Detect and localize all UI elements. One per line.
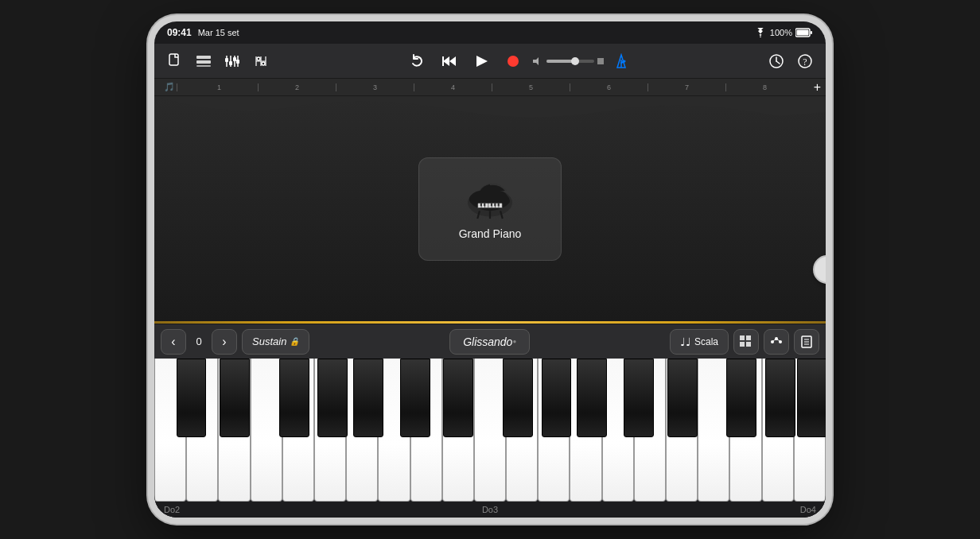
key-gs3[interactable] xyxy=(542,359,572,437)
key-f3[interactable] xyxy=(474,359,506,502)
scala-note-icon: ♩♩ xyxy=(680,335,691,348)
key-gs2[interactable] xyxy=(317,359,348,437)
play-button[interactable] xyxy=(469,48,494,74)
svg-rect-55 xyxy=(746,335,751,340)
svg-rect-2 xyxy=(811,31,812,34)
clock-button[interactable] xyxy=(765,50,788,72)
key-f2[interactable] xyxy=(251,359,282,502)
status-right: 100% xyxy=(754,28,813,37)
help-button[interactable]: ? xyxy=(794,50,816,72)
octave-prev-button[interactable]: ‹ xyxy=(161,329,186,355)
tracks-button[interactable] xyxy=(192,50,215,72)
undo-button[interactable] xyxy=(405,48,430,74)
svg-rect-3 xyxy=(797,30,809,36)
scala-button[interactable]: ♩♩ Scala xyxy=(670,329,729,355)
key-cs3[interactable] xyxy=(400,359,430,437)
sustain-label: Sustain xyxy=(252,335,286,347)
volume-dot xyxy=(597,58,604,64)
toolbar-center xyxy=(405,48,632,74)
sustain-button[interactable]: Sustain 🔒 xyxy=(242,329,309,355)
key-as4[interactable] xyxy=(797,359,826,437)
note-label-do3: Do3 xyxy=(482,505,498,514)
ruler-mark-5: 5 xyxy=(492,83,570,91)
svg-rect-57 xyxy=(746,342,751,347)
key-gs4[interactable] xyxy=(765,359,795,437)
glissando-dot: ● xyxy=(512,338,516,345)
grid-view-button[interactable] xyxy=(733,329,759,355)
key-fs2[interactable] xyxy=(279,359,309,437)
metronome-button[interactable] xyxy=(610,50,632,72)
key-fs3[interactable] xyxy=(503,359,533,437)
svg-marker-23 xyxy=(449,56,456,66)
octave-next-button[interactable]: › xyxy=(212,329,237,355)
svg-rect-4 xyxy=(169,54,178,65)
key-ds2[interactable] xyxy=(220,359,250,437)
keyboard-settings-button[interactable] xyxy=(794,329,819,355)
key-cs2[interactable] xyxy=(177,359,207,437)
main-content: Grand Piano ‹ 0 › Sustain 🔒 Glissando ● xyxy=(154,96,826,518)
instrument-name: Grand Piano xyxy=(459,227,522,240)
ruler-mark-6: 6 xyxy=(570,83,648,91)
glissando-button[interactable]: Glissando ● xyxy=(449,329,530,355)
svg-point-26 xyxy=(508,56,519,67)
wifi-icon xyxy=(754,28,767,37)
svg-point-31 xyxy=(624,60,626,62)
svg-rect-49 xyxy=(480,204,482,207)
key-as3[interactable] xyxy=(577,359,607,437)
svg-rect-50 xyxy=(484,204,485,207)
timeline-ruler: 🎵 1 2 3 4 5 6 7 8 + xyxy=(154,79,826,96)
key-as2[interactable] xyxy=(353,359,383,437)
instrument-area: Grand Piano xyxy=(154,96,826,321)
svg-marker-25 xyxy=(476,56,488,67)
rewind-button[interactable] xyxy=(437,48,462,74)
toolbar-left xyxy=(164,50,272,72)
grand-piano-icon xyxy=(462,177,518,221)
piano-keyboard xyxy=(154,359,826,502)
keyboard-area: Do2 Do3 Do4 xyxy=(154,359,826,518)
ruler-mark-7: 7 xyxy=(648,83,725,91)
arpeggio-button[interactable] xyxy=(764,329,789,355)
ipad-frame: 09:41 Mar 15 set 100% xyxy=(148,15,832,524)
key-ds4[interactable] xyxy=(667,359,698,437)
grid-icon xyxy=(739,335,753,349)
note-label-do2: Do2 xyxy=(164,505,180,514)
svg-rect-13 xyxy=(229,61,232,65)
status-date: Mar 15 set xyxy=(198,28,239,37)
note-labels: Do2 Do3 Do4 xyxy=(154,502,826,518)
svg-rect-14 xyxy=(233,57,236,61)
record-button[interactable] xyxy=(500,48,526,74)
white-keys xyxy=(154,359,826,502)
key-f4[interactable] xyxy=(698,359,729,502)
svg-rect-53 xyxy=(498,204,500,207)
key-ds3[interactable] xyxy=(443,359,473,437)
svg-rect-44 xyxy=(485,204,488,207)
add-track-button[interactable]: + xyxy=(814,80,821,95)
svg-marker-27 xyxy=(533,57,539,65)
controls-bar: ‹ 0 › Sustain 🔒 Glissando ● ♩♩ Scala xyxy=(154,324,826,359)
battery-text: 100% xyxy=(770,28,792,37)
key-fs4[interactable] xyxy=(726,359,756,437)
eq-button[interactable] xyxy=(250,50,272,72)
svg-rect-7 xyxy=(196,65,211,67)
svg-point-18 xyxy=(262,62,265,65)
settings-icon xyxy=(801,335,812,349)
arpeggio-icon xyxy=(769,335,784,349)
svg-rect-12 xyxy=(225,58,228,62)
svg-rect-6 xyxy=(196,60,211,64)
ruler-mark-1: 1 xyxy=(177,83,258,91)
volume-low-icon xyxy=(532,56,543,67)
svg-rect-56 xyxy=(740,342,745,347)
instrument-card[interactable]: Grand Piano xyxy=(418,157,562,261)
new-doc-button[interactable] xyxy=(164,50,186,72)
key-cs4[interactable] xyxy=(624,359,654,437)
status-time: 09:41 xyxy=(167,27,192,38)
svg-rect-5 xyxy=(196,56,211,59)
volume-slider[interactable] xyxy=(546,60,594,63)
glissando-label: Glissando xyxy=(463,335,512,348)
svg-rect-52 xyxy=(494,204,496,207)
svg-rect-15 xyxy=(236,60,239,64)
mixer-button[interactable] xyxy=(221,50,243,72)
svg-point-17 xyxy=(257,57,260,60)
svg-point-0 xyxy=(760,37,761,37)
octave-value: 0 xyxy=(191,329,207,355)
